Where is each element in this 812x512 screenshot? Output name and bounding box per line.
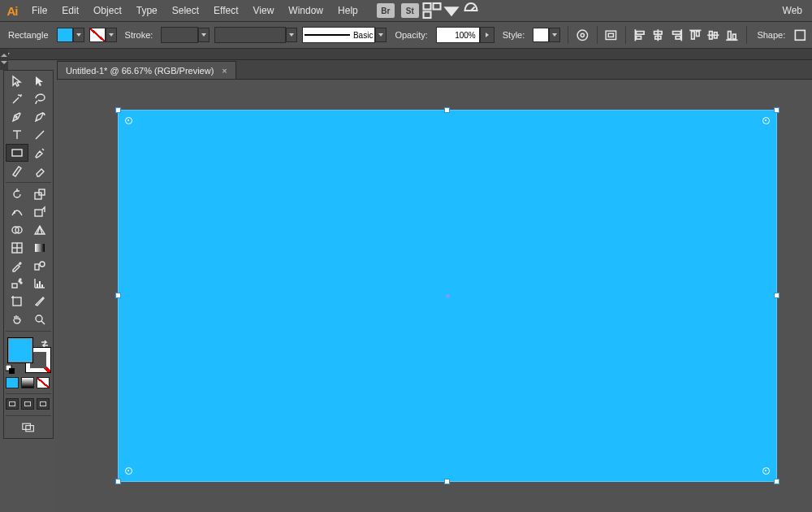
align-top-icon[interactable] — [689, 26, 702, 44]
document-tab[interactable]: Untitled-1* @ 66.67% (RGB/Preview) × — [57, 61, 236, 79]
svg-rect-0 — [423, 3, 430, 10]
artboard-tool[interactable] — [6, 293, 28, 310]
center-point-icon — [446, 294, 450, 298]
zoom-tool[interactable] — [28, 310, 51, 328]
handle-bottom-middle[interactable] — [444, 479, 450, 484]
shaper-tool[interactable] — [6, 162, 28, 180]
svg-marker-29 — [1, 61, 7, 64]
menu-select[interactable]: Select — [165, 0, 206, 21]
eraser-tool[interactable] — [28, 162, 51, 180]
line-segment-tool[interactable] — [28, 126, 51, 144]
menu-view[interactable]: View — [246, 0, 282, 21]
tools-dock-handle[interactable] — [0, 49, 8, 70]
handle-top-middle[interactable] — [444, 107, 450, 113]
fill-swatch[interactable] — [57, 28, 84, 42]
selected-rectangle[interactable] — [118, 110, 777, 482]
menu-window[interactable]: Window — [281, 0, 330, 21]
slice-tool[interactable] — [28, 293, 51, 310]
magic-wand-tool[interactable] — [6, 90, 28, 108]
perspective-grid-tool[interactable] — [28, 221, 51, 239]
handle-top-left[interactable] — [115, 107, 121, 113]
swap-fill-stroke-icon[interactable] — [40, 337, 50, 347]
shape-builder-tool[interactable] — [6, 221, 28, 239]
lasso-tool[interactable] — [28, 90, 51, 108]
align-right-icon[interactable] — [670, 26, 684, 44]
brush-definition[interactable]: Basic — [302, 27, 387, 43]
handle-middle-right[interactable] — [774, 293, 780, 298]
svg-rect-20 — [696, 31, 699, 36]
svg-rect-56 — [12, 284, 17, 288]
draw-normal-button[interactable] — [6, 398, 19, 410]
align-hcenter-icon[interactable] — [651, 26, 665, 44]
stroke-label: Stroke: — [122, 30, 157, 40]
selection-tool[interactable] — [6, 72, 28, 90]
corner-widget-br[interactable] — [762, 467, 770, 475]
handle-bottom-left[interactable] — [115, 479, 121, 484]
align-vcenter-icon[interactable] — [706, 26, 720, 44]
width-tool[interactable] — [6, 203, 28, 221]
handle-bottom-right[interactable] — [774, 479, 780, 484]
symbol-sprayer-tool[interactable] — [6, 275, 28, 293]
arrange-dropdown-icon[interactable] — [442, 0, 461, 22]
svg-rect-19 — [691, 31, 694, 39]
svg-marker-31 — [36, 76, 43, 86]
draw-behind-button[interactable] — [21, 398, 34, 410]
pen-tool[interactable] — [6, 108, 28, 126]
color-mode-button[interactable] — [6, 377, 19, 388]
canvas[interactable] — [57, 80, 812, 512]
default-fill-stroke-icon[interactable] — [6, 363, 15, 373]
svg-rect-53 — [35, 244, 45, 252]
opacity-field[interactable]: 100% — [436, 27, 495, 43]
workspace-switcher[interactable]: Web — [775, 0, 812, 21]
transform-panel-icon[interactable] — [793, 26, 807, 44]
graphic-style-swatch[interactable] — [533, 28, 560, 42]
menu-object[interactable]: Object — [86, 0, 129, 21]
svg-rect-72 — [23, 423, 31, 429]
handle-top-right[interactable] — [774, 107, 780, 113]
gpu-preview-icon[interactable] — [461, 0, 481, 22]
recolor-artwork-icon[interactable] — [576, 26, 590, 44]
align-left-icon[interactable] — [633, 26, 647, 44]
rectangle-tool[interactable] — [6, 144, 28, 162]
draw-inside-button[interactable] — [37, 398, 50, 410]
stroke-weight-field[interactable] — [161, 27, 209, 43]
menu-file[interactable]: File — [24, 0, 54, 21]
screen-mode-button[interactable] — [6, 419, 51, 436]
rotate-tool[interactable] — [6, 185, 28, 203]
handle-middle-left[interactable] — [115, 293, 121, 298]
corner-widget-bl[interactable] — [125, 467, 132, 475]
menu-effect[interactable]: Effect — [206, 0, 245, 21]
hand-tool[interactable] — [6, 310, 28, 328]
gradient-tool[interactable] — [28, 239, 51, 257]
stock-button[interactable]: St — [401, 3, 419, 18]
type-tool[interactable] — [6, 126, 28, 144]
curvature-tool[interactable] — [28, 108, 51, 126]
mesh-tool[interactable] — [6, 239, 28, 257]
svg-line-69 — [41, 321, 45, 324]
direct-selection-tool[interactable] — [28, 72, 51, 90]
svg-rect-27 — [796, 30, 806, 40]
corner-widget-tr[interactable] — [762, 117, 770, 124]
free-transform-tool[interactable] — [28, 203, 51, 221]
paintbrush-tool[interactable] — [28, 144, 51, 162]
bridge-button[interactable]: Br — [377, 3, 395, 18]
eyedropper-tool[interactable] — [6, 257, 28, 275]
gradient-mode-button[interactable] — [21, 377, 34, 388]
fill-indicator[interactable] — [7, 337, 33, 363]
arrange-documents-icon[interactable] — [422, 0, 442, 22]
scale-tool[interactable] — [28, 185, 51, 203]
fill-stroke-indicator[interactable] — [6, 337, 51, 373]
align-to-icon[interactable] — [604, 26, 618, 44]
menu-help[interactable]: Help — [330, 0, 365, 21]
brush-name: Basic — [353, 31, 373, 40]
stroke-swatch[interactable] — [89, 28, 117, 42]
column-graph-tool[interactable] — [28, 275, 51, 293]
align-bottom-icon[interactable] — [725, 26, 739, 44]
blend-tool[interactable] — [28, 257, 51, 275]
close-tab-icon[interactable]: × — [222, 66, 227, 76]
variable-width-profile[interactable] — [214, 27, 297, 43]
corner-widget-tl[interactable] — [125, 117, 132, 124]
menu-edit[interactable]: Edit — [54, 0, 86, 21]
menu-type[interactable]: Type — [129, 0, 165, 21]
none-mode-button[interactable] — [37, 377, 50, 388]
